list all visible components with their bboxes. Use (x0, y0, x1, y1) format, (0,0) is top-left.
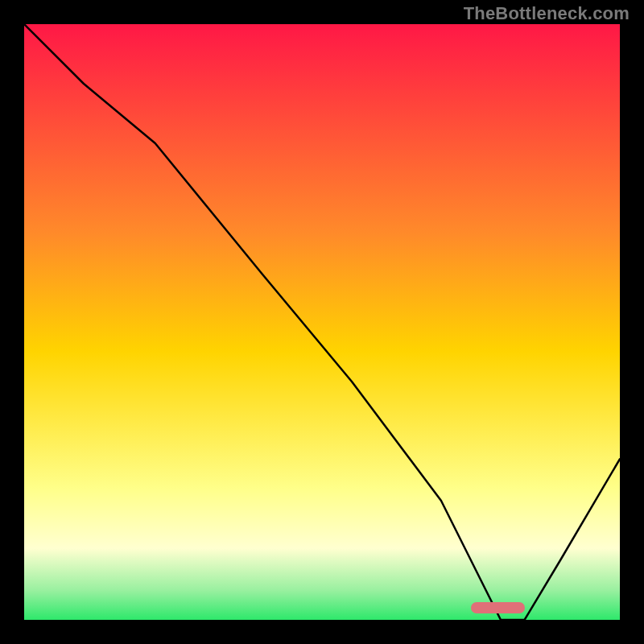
optimum-marker (471, 602, 525, 613)
plot-area (24, 24, 620, 620)
watermark-text: TheBottleneck.com (464, 3, 630, 24)
chart-canvas: TheBottleneck.com (0, 0, 644, 644)
bottleneck-curve (24, 24, 620, 620)
